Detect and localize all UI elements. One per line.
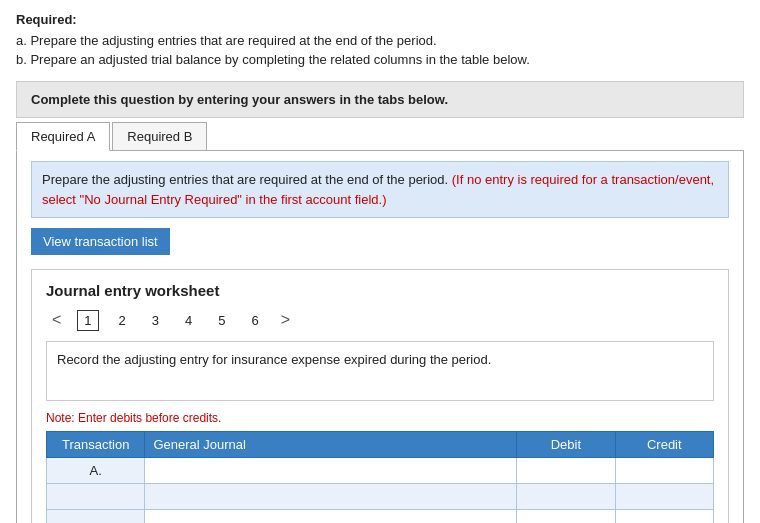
- tab-content: Prepare the adjusting entries that are r…: [16, 151, 744, 523]
- page-num-3[interactable]: 3: [146, 311, 165, 330]
- tab-instruction-text: Prepare the adjusting entries that are r…: [42, 172, 448, 187]
- journal-table: Transaction General Journal Debit Credit…: [46, 431, 714, 523]
- table-header-row: Transaction General Journal Debit Credit: [47, 432, 714, 458]
- gray-box: Complete this question by entering your …: [16, 81, 744, 118]
- nav-row: < 1 2 3 4 5 6 >: [46, 309, 714, 331]
- note-text: Note: Enter debits before credits.: [46, 411, 714, 425]
- table-row: [47, 484, 714, 510]
- col-header-transaction: Transaction: [47, 432, 145, 458]
- entry-description-box: Record the adjusting entry for insurance…: [46, 341, 714, 401]
- instruction-b: b. Prepare an adjusted trial balance by …: [16, 52, 744, 67]
- page-wrapper: Required: a. Prepare the adjusting entri…: [0, 0, 760, 523]
- next-arrow[interactable]: >: [275, 309, 296, 331]
- instruction-blue: Prepare the adjusting entries that are r…: [31, 161, 729, 218]
- debit-cell[interactable]: [517, 484, 615, 510]
- transaction-cell: [47, 484, 145, 510]
- journal-title: Journal entry worksheet: [46, 282, 714, 299]
- instructions: a. Prepare the adjusting entries that ar…: [16, 33, 744, 67]
- general-journal-cell[interactable]: [145, 484, 517, 510]
- col-header-general-journal: General Journal: [145, 432, 517, 458]
- credit-cell[interactable]: [615, 484, 713, 510]
- general-journal-cell[interactable]: [145, 458, 517, 484]
- tab-required-a[interactable]: Required A: [16, 122, 110, 151]
- prev-arrow[interactable]: <: [46, 309, 67, 331]
- view-transaction-button[interactable]: View transaction list: [31, 228, 170, 255]
- debit-cell[interactable]: [517, 458, 615, 484]
- tabs-row: Required A Required B: [16, 118, 744, 151]
- general-journal-cell[interactable]: [145, 510, 517, 524]
- transaction-cell: [47, 510, 145, 524]
- page-num-4[interactable]: 4: [179, 311, 198, 330]
- col-header-credit: Credit: [615, 432, 713, 458]
- page-num-2[interactable]: 2: [113, 311, 132, 330]
- instruction-a: a. Prepare the adjusting entries that ar…: [16, 33, 744, 48]
- table-row: [47, 510, 714, 524]
- tab-required-b[interactable]: Required B: [112, 122, 207, 150]
- table-row: A.: [47, 458, 714, 484]
- credit-cell[interactable]: [615, 510, 713, 524]
- col-header-debit: Debit: [517, 432, 615, 458]
- debit-cell[interactable]: [517, 510, 615, 524]
- page-numbers: 1 2 3 4 5 6: [77, 310, 264, 331]
- page-num-5[interactable]: 5: [212, 311, 231, 330]
- page-num-6[interactable]: 6: [246, 311, 265, 330]
- page-num-1[interactable]: 1: [77, 310, 98, 331]
- transaction-cell: A.: [47, 458, 145, 484]
- journal-worksheet: Journal entry worksheet < 1 2 3 4 5 6 > …: [31, 269, 729, 523]
- required-label: Required:: [16, 12, 744, 27]
- credit-cell[interactable]: [615, 458, 713, 484]
